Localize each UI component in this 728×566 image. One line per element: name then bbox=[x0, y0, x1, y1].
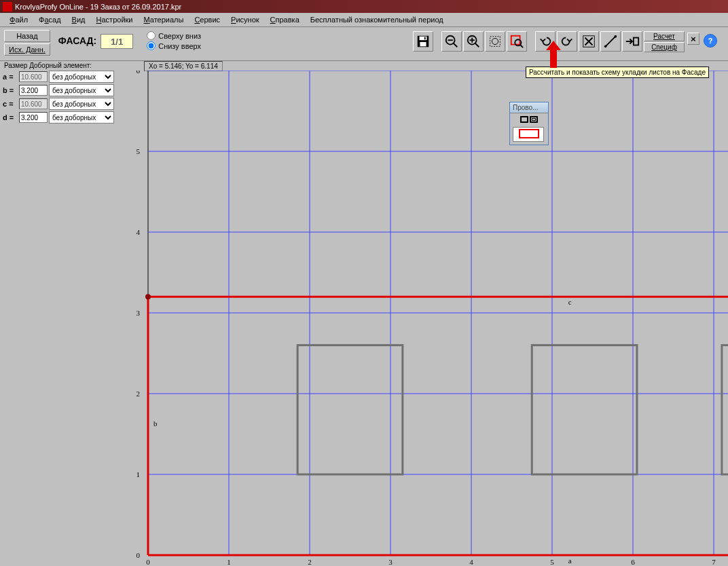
svg-point-21 bbox=[615, 35, 617, 38]
facade-label: ФАСАД: bbox=[58, 35, 96, 46]
floating-title[interactable]: Прово... bbox=[510, 102, 548, 113]
menu-drawing[interactable]: Рисунок bbox=[225, 14, 265, 25]
svg-line-15 bbox=[521, 45, 524, 48]
zoom-fit-button[interactable] bbox=[485, 31, 505, 52]
param-label: a = bbox=[3, 73, 18, 81]
arrow-to-rect-icon bbox=[625, 34, 640, 49]
svg-rect-23 bbox=[634, 38, 638, 45]
svg-text:4: 4 bbox=[136, 228, 141, 236]
svg-line-8 bbox=[475, 43, 479, 48]
calc-button[interactable]: Расчет bbox=[644, 31, 685, 41]
line-icon bbox=[603, 34, 618, 49]
help-button[interactable]: ? bbox=[704, 34, 717, 48]
floppy-disk-icon bbox=[416, 34, 431, 49]
menu-facade[interactable]: Фасад bbox=[33, 14, 67, 25]
svg-rect-63 bbox=[532, 345, 637, 474]
svg-text:2: 2 bbox=[136, 390, 141, 398]
float-opt-2[interactable] bbox=[530, 116, 538, 123]
param-input-d[interactable] bbox=[19, 112, 48, 123]
param-label: d = bbox=[3, 113, 18, 121]
svg-text:5: 5 bbox=[550, 558, 554, 566]
svg-text:6: 6 bbox=[136, 71, 141, 75]
param-input-b[interactable] bbox=[19, 85, 48, 96]
svg-point-20 bbox=[604, 45, 607, 48]
svg-rect-62 bbox=[297, 345, 403, 474]
svg-text:5: 5 bbox=[136, 147, 141, 155]
param-row-d: d =без доборных bbox=[1, 111, 115, 124]
svg-rect-1 bbox=[420, 37, 427, 41]
param-row-c: c =без доборных bbox=[1, 97, 115, 111]
svg-text:1: 1 bbox=[136, 470, 141, 478]
svg-text:0: 0 bbox=[146, 558, 150, 566]
zoom-in-icon bbox=[466, 34, 481, 49]
facade-number: 1/1 bbox=[101, 34, 133, 49]
svg-text:3: 3 bbox=[388, 558, 393, 566]
app-icon bbox=[3, 2, 12, 12]
drawing-canvas[interactable]: 012345670123456bca bbox=[0, 71, 728, 566]
radio-bottom-up[interactable]: Снизу вверх bbox=[147, 41, 201, 50]
radio-top-down[interactable]: Сверху вниз bbox=[147, 31, 201, 40]
param-input-c[interactable] bbox=[19, 98, 48, 109]
menu-view[interactable]: Вид bbox=[67, 14, 91, 25]
svg-rect-2 bbox=[420, 42, 426, 46]
svg-text:c: c bbox=[568, 298, 572, 306]
zoom-region-button[interactable] bbox=[507, 31, 527, 52]
svg-rect-64 bbox=[722, 345, 728, 474]
params-title: Размер Доборный элемент: bbox=[1, 61, 115, 70]
floating-tool-window[interactable]: Прово... bbox=[509, 102, 549, 145]
floating-preview bbox=[513, 127, 544, 142]
red-arrow-icon bbox=[546, 41, 561, 68]
svg-line-5 bbox=[454, 43, 458, 48]
spec-button[interactable]: Специф bbox=[644, 42, 685, 52]
line-button[interactable] bbox=[600, 31, 621, 52]
svg-text:1: 1 bbox=[227, 558, 231, 566]
svg-text:0: 0 bbox=[136, 551, 141, 559]
param-select-a[interactable]: без доборных bbox=[49, 71, 114, 83]
menu-service[interactable]: Сервис bbox=[189, 14, 225, 25]
back-button[interactable]: Назад bbox=[4, 30, 50, 42]
canvas-area: Xo = 5.146; Yo = 6.114 012345670123456bc… bbox=[0, 61, 728, 566]
param-input-a[interactable] bbox=[19, 71, 48, 82]
x-icon bbox=[581, 34, 596, 49]
coord-display: Xo = 5.146; Yo = 6.114 bbox=[144, 61, 223, 71]
delete-button[interactable] bbox=[579, 31, 599, 52]
zoom-out-icon bbox=[444, 34, 459, 49]
menu-help[interactable]: Справка bbox=[265, 14, 305, 25]
svg-rect-3 bbox=[424, 37, 426, 40]
svg-line-19 bbox=[606, 37, 616, 47]
menu-materials[interactable]: Материалы bbox=[138, 14, 189, 25]
menu-settings[interactable]: Настройки bbox=[91, 14, 139, 25]
menu-file[interactable]: Файл bbox=[4, 14, 33, 25]
svg-text:7: 7 bbox=[712, 558, 716, 566]
param-label: c = bbox=[3, 100, 18, 108]
svg-text:2: 2 bbox=[308, 558, 312, 566]
tooltip: Рассчитать и показать схему укладки лист… bbox=[526, 67, 709, 78]
param-row-a: a =без доборных bbox=[1, 70, 115, 83]
zoom-out-button[interactable] bbox=[441, 31, 462, 52]
svg-point-12 bbox=[492, 38, 498, 44]
svg-text:3: 3 bbox=[136, 309, 141, 317]
redo-icon bbox=[560, 34, 575, 49]
menu-trial[interactable]: Бесплатный ознакомительный период bbox=[305, 14, 449, 25]
window-title: KrovlyaProfy OnLine - 19 Заказ от 26.09.… bbox=[15, 3, 181, 11]
title-bar: KrovlyaProfy OnLine - 19 Заказ от 26.09.… bbox=[0, 0, 728, 13]
param-select-b[interactable]: без доборных bbox=[49, 84, 114, 96]
menu-bar: Файл Фасад Вид Настройки Материалы Серви… bbox=[0, 13, 728, 27]
source-data-button[interactable]: Исх. Данн. bbox=[4, 43, 50, 56]
param-label: b = bbox=[3, 86, 18, 94]
float-opt-1[interactable] bbox=[520, 116, 528, 123]
svg-text:b: b bbox=[153, 419, 158, 428]
save-button[interactable] bbox=[413, 31, 433, 52]
param-select-d[interactable]: без доборных bbox=[49, 111, 114, 124]
param-select-c[interactable]: без доборных bbox=[49, 98, 114, 110]
close-toolbar-button[interactable]: × bbox=[687, 33, 699, 45]
zoom-fit-icon bbox=[488, 34, 503, 49]
svg-point-58 bbox=[145, 294, 151, 299]
svg-rect-11 bbox=[490, 37, 500, 47]
svg-marker-24 bbox=[546, 41, 561, 68]
arrow-button[interactable] bbox=[622, 31, 642, 52]
svg-text:a: a bbox=[568, 556, 572, 565]
zoom-in-button[interactable] bbox=[463, 31, 484, 52]
param-row-b: b =без доборных bbox=[1, 83, 115, 97]
zoom-region-icon bbox=[509, 34, 524, 49]
